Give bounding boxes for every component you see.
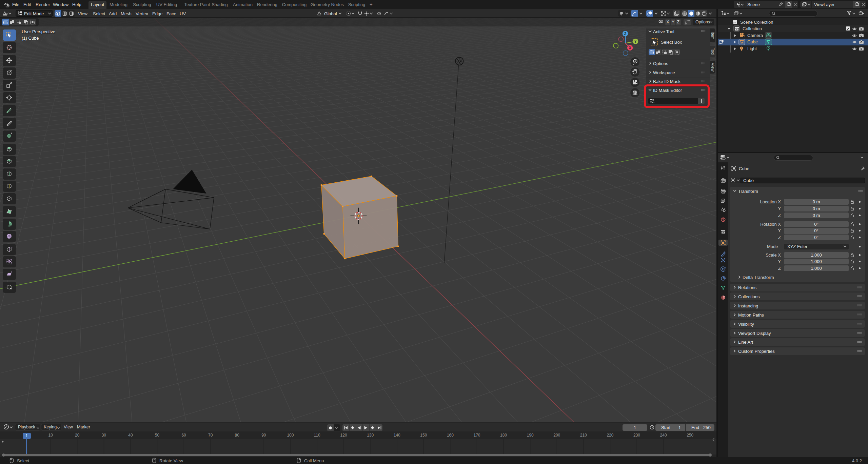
svg-text:Y: Y (634, 40, 637, 43)
svg-text:Z: Z (624, 32, 626, 36)
svg-text:X: X (629, 46, 631, 50)
